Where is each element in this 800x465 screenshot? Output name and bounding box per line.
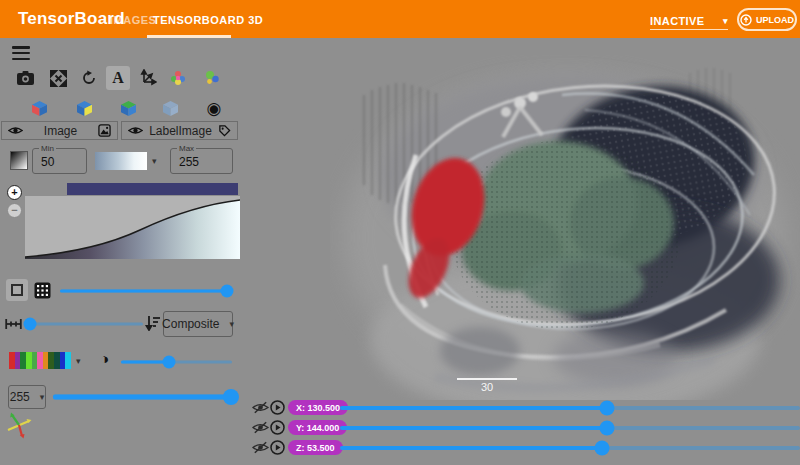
recenter-button[interactable]: ◉ [202, 96, 226, 120]
eye-icon [128, 125, 143, 136]
window-range-bar[interactable] [67, 183, 238, 195]
max-field-label: Max [177, 144, 196, 153]
transfer-function-histogram[interactable] [25, 196, 240, 259]
fullscreen-button[interactable] [46, 66, 70, 90]
eye-icon [8, 125, 23, 136]
opacity-slider[interactable] [60, 284, 232, 297]
fullscreen-icon [50, 70, 67, 87]
tab-images[interactable]: IMAGES [110, 14, 156, 26]
axes-move-icon [139, 69, 157, 87]
tab-tensorboard-3d[interactable]: TENSORBOARD 3D [153, 14, 263, 26]
screenshot-button[interactable] [13, 66, 37, 90]
chevron-down-icon: ▾ [229, 319, 234, 329]
slice-y-badge: Y: 144.000 [288, 420, 347, 435]
chevron-down-icon: ▾ [76, 356, 81, 366]
histogram-zoom-out-button[interactable]: − [7, 203, 22, 218]
transfer-gradient-swatch[interactable] [10, 151, 28, 170]
play-icon[interactable] [270, 440, 285, 455]
sampling-toggle[interactable] [31, 279, 53, 301]
point-sets-button[interactable] [200, 66, 224, 90]
rotate-icon [81, 70, 97, 86]
reset-rotation-button[interactable] [77, 66, 101, 90]
header-bar: TensorBoard IMAGES TENSORBOARD 3D INACTI… [0, 0, 800, 38]
tensorboard-3d-app: TensorBoard IMAGES TENSORBOARD 3D INACTI… [0, 0, 800, 465]
layer-image-chip[interactable]: Image [1, 121, 118, 140]
max-field[interactable]: Max 255 [170, 148, 233, 174]
run-status-select[interactable]: INACTIVE ▾ [650, 12, 728, 30]
slice-z-badge: Z: 53.500 [288, 440, 343, 455]
gradient-opacity-icon [5, 318, 22, 330]
grayscale-colormap-select[interactable]: ▾ [95, 151, 160, 171]
active-tab-underline [147, 35, 231, 38]
min-field[interactable]: Min 50 [32, 148, 87, 174]
app-title: TensorBoard [18, 9, 125, 29]
visibility-off-icon[interactable] [252, 441, 269, 454]
upload-label: UPLOAD [756, 15, 794, 25]
slice-y-slider[interactable] [340, 420, 800, 435]
chevron-down-icon: ▾ [152, 156, 157, 166]
label-colormap-strip [9, 352, 71, 369]
blend-mode-select[interactable]: Composite ▾ [163, 311, 233, 337]
move-3d-button[interactable] [136, 66, 160, 90]
contrast-icon: ◑ [100, 351, 109, 366]
layer-labelimage-chip[interactable]: LabelImage [121, 121, 238, 140]
upload-button[interactable]: UPLOAD [737, 8, 797, 31]
annotation-letter-icon: A [112, 70, 124, 86]
layer-labelimage-label: LabelImage [147, 124, 214, 138]
target-icon: ◉ [207, 100, 222, 117]
sort-values-icon [145, 314, 161, 331]
histogram-zoom-in-button[interactable]: + [7, 185, 22, 200]
gradient-opacity-slider[interactable] [24, 317, 143, 330]
view-z-button[interactable] [116, 96, 140, 120]
visibility-off-icon[interactable] [252, 401, 269, 414]
cube-faded-icon [161, 99, 180, 118]
view-x-button[interactable] [27, 96, 51, 120]
scale-bar [457, 378, 517, 380]
visibility-off-icon[interactable] [252, 421, 269, 434]
color-flower-icon [169, 69, 187, 87]
min-field-label: Min [39, 144, 56, 153]
square-outline-icon [11, 284, 23, 296]
label-colormap-select[interactable]: ▾ [9, 352, 81, 369]
view-oblique-button[interactable] [158, 96, 182, 120]
colormap-gradient-preview [95, 152, 147, 170]
image-icon [98, 124, 111, 137]
view-y-button[interactable] [72, 96, 96, 120]
checkerboard-icon [34, 282, 51, 299]
min-field-value: 50 [41, 155, 54, 169]
opacity-curve [25, 196, 240, 259]
cube-x-icon [30, 99, 49, 118]
upload-icon [740, 14, 752, 26]
bounding-box-toggle[interactable] [6, 279, 28, 301]
max-field-value: 255 [179, 155, 199, 169]
multivolume-button[interactable] [166, 66, 190, 90]
chevron-down-icon: ▾ [723, 16, 728, 26]
camera-icon [16, 70, 35, 86]
slice-z-slider[interactable] [340, 440, 800, 455]
layer-image-label: Image [27, 124, 94, 138]
slice-slider-row-z: Z: 53.500 [0, 438, 800, 458]
play-icon[interactable] [270, 420, 285, 435]
cube-z-icon [119, 99, 138, 118]
volume-render-view[interactable] [330, 55, 800, 400]
slice-slider-row-x: X: 130.500 [0, 398, 800, 418]
tag-icon [218, 124, 231, 137]
slice-x-slider[interactable] [340, 400, 800, 415]
play-icon[interactable] [270, 400, 285, 415]
label-opacity-slider[interactable] [121, 355, 232, 368]
annotations-toggle-button[interactable]: A [106, 66, 130, 90]
blend-mode-value: Composite [162, 317, 219, 331]
menu-icon[interactable] [12, 46, 30, 60]
slice-slider-row-y: Y: 144.000 [0, 418, 800, 438]
cube-y-icon [75, 99, 94, 118]
colored-points-icon [203, 69, 221, 87]
scale-bar-label: 30 [457, 381, 517, 393]
run-status-value: INACTIVE [650, 15, 705, 27]
